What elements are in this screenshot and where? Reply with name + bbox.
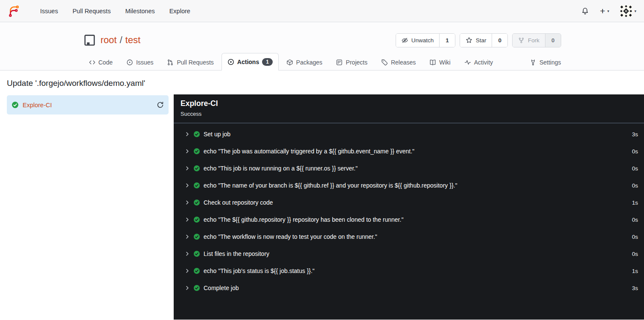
step-row[interactable]: echo "The workflow is now ready to test … [174, 228, 644, 245]
step-row[interactable]: Check out repository code 1s [174, 194, 644, 211]
book-open-icon [429, 59, 436, 66]
navbar-links: Issues Pull Requests Milestones Explore [33, 8, 198, 15]
tab-label: Actions [237, 59, 259, 65]
step-row[interactable]: echo "The job was automatically triggere… [174, 143, 644, 160]
check-circle-icon [12, 101, 19, 109]
tab-actions[interactable]: Actions 1 [221, 53, 279, 70]
eye-off-icon [402, 37, 408, 44]
step-name: Complete job [204, 285, 239, 291]
forgejo-logo-icon[interactable] [8, 4, 21, 18]
plus-icon: + [600, 6, 605, 15]
step-name: echo "The ${{ github.repository }} repos… [204, 216, 403, 223]
step-list: Set up job 3s [174, 123, 644, 297]
tab-releases[interactable]: Releases [375, 54, 422, 70]
chevron-right-icon[interactable] [184, 131, 190, 137]
tab-label: Wiki [439, 59, 450, 66]
unwatch-button[interactable]: Unwatch [396, 34, 440, 47]
project-board-icon [336, 59, 343, 66]
unwatch-label: Unwatch [411, 37, 434, 44]
star-button[interactable]: Star [460, 34, 492, 47]
step-name: echo "The name of your branch is ${{ git… [204, 182, 457, 189]
package-icon [286, 59, 293, 66]
tab-code[interactable]: Code [83, 54, 119, 70]
check-circle-icon [193, 250, 200, 257]
job-console-panel: Explore-CI Success [174, 94, 644, 320]
chevron-right-icon[interactable] [184, 285, 190, 291]
step-name: Check out repository code [204, 199, 273, 206]
nav-link-explore[interactable]: Explore [162, 8, 198, 15]
step-duration: 3s [632, 131, 638, 138]
create-menu-button[interactable]: + ▾ [600, 6, 609, 15]
chevron-right-icon[interactable] [184, 200, 190, 206]
check-circle-icon [193, 233, 200, 240]
tab-wiki[interactable]: Wiki [423, 54, 456, 70]
stars-count[interactable]: 0 [492, 34, 507, 47]
step-row[interactable]: Set up job 3s [174, 126, 644, 143]
step-duration: 0s [632, 251, 638, 257]
check-circle-icon [193, 131, 200, 138]
fork-button[interactable]: Fork [513, 34, 545, 47]
console-job-title: Explore-CI [181, 99, 637, 108]
step-row[interactable]: echo "This job's status is ${{ job.statu… [174, 262, 644, 279]
pulse-icon [464, 59, 471, 66]
chevron-right-icon[interactable] [184, 268, 190, 274]
tab-pull-requests[interactable]: Pull Requests [161, 54, 219, 70]
check-circle-icon [193, 182, 200, 189]
refresh-icon[interactable] [157, 101, 164, 109]
user-menu-button[interactable]: ▾ [620, 5, 636, 17]
star-icon [466, 37, 472, 44]
chevron-right-icon[interactable] [184, 165, 190, 171]
step-row[interactable]: echo "This job is now running on a ${{ r… [174, 160, 644, 177]
tab-projects[interactable]: Projects [330, 54, 373, 70]
chevron-right-icon[interactable] [184, 182, 190, 188]
nav-link-milestones[interactable]: Milestones [118, 8, 162, 15]
tag-icon [381, 59, 388, 66]
chevron-right-icon[interactable] [184, 148, 190, 154]
fork-icon [518, 37, 525, 44]
tab-label: Settings [539, 59, 561, 66]
notifications-button[interactable] [581, 7, 589, 15]
step-name: Set up job [204, 131, 230, 138]
step-name: List files in the repository [204, 250, 269, 257]
step-row[interactable]: echo "The ${{ github.repository }} repos… [174, 211, 644, 228]
step-name: echo "The workflow is now ready to test … [204, 233, 377, 240]
tab-activity[interactable]: Activity [458, 54, 499, 70]
step-name: echo "This job is now running on a ${{ r… [204, 165, 358, 172]
code-icon [89, 59, 96, 66]
chevron-right-icon[interactable] [184, 234, 190, 240]
chevron-right-icon[interactable] [184, 251, 190, 257]
play-circle-icon [227, 59, 234, 65]
tab-settings[interactable]: Settings [524, 54, 562, 70]
nav-link-issues[interactable]: Issues [33, 8, 65, 15]
action-run-view: Update '.forgejo/workflows/demo.yaml' Ex… [0, 70, 644, 320]
tab-label: Releases [391, 59, 416, 66]
tab-issues[interactable]: Issues [120, 54, 159, 70]
forks-count[interactable]: 0 [545, 34, 561, 47]
repo-name-link[interactable]: test [125, 35, 140, 46]
step-row[interactable]: Complete job 3s [174, 279, 644, 297]
fork-label: Fork [528, 37, 539, 44]
fork-button-group: Fork 0 [512, 33, 561, 47]
check-circle-icon [193, 148, 200, 155]
step-row[interactable]: echo "The name of your branch is ${{ git… [174, 177, 644, 194]
chevron-down-icon: ▾ [634, 9, 636, 13]
avatar-identicon [620, 5, 632, 17]
run-commit-title: Update '.forgejo/workflows/demo.yaml' [0, 70, 644, 94]
step-name: echo "The job was automatically triggere… [204, 148, 414, 155]
tab-packages[interactable]: Packages [280, 54, 328, 70]
job-item-explore-ci[interactable]: Explore-CI [7, 95, 169, 114]
step-duration: 3s [632, 285, 638, 291]
watchers-count[interactable]: 1 [439, 34, 455, 47]
job-name: Explore-CI [23, 102, 52, 109]
tab-label: Code [99, 59, 113, 66]
nav-link-pull-requests[interactable]: Pull Requests [65, 8, 118, 15]
step-duration: 0s [632, 148, 638, 155]
pull-request-icon [167, 59, 174, 66]
unwatch-button-group: Unwatch 1 [396, 33, 455, 47]
step-duration: 1s [632, 200, 638, 206]
repo-breadcrumb: root / test [101, 35, 141, 46]
repo-owner-link[interactable]: root [101, 35, 117, 46]
bell-icon [581, 7, 589, 15]
chevron-right-icon[interactable] [184, 217, 190, 223]
step-row[interactable]: List files in the repository 0s [174, 245, 644, 262]
